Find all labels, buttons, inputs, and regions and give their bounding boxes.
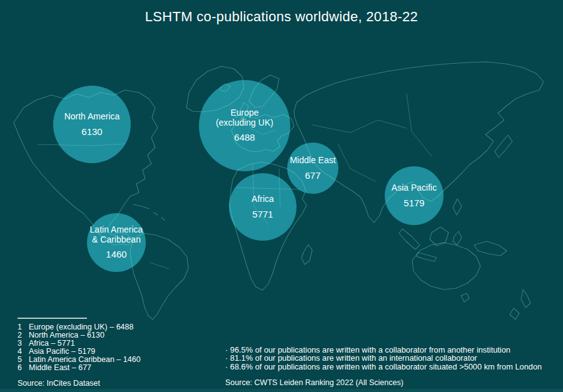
legend-item-rank: 1	[18, 323, 29, 331]
fact-bullet: · 68.6% of our publications are written …	[225, 363, 542, 371]
fact-bullet: · 96.5% of our publications are written …	[225, 346, 542, 354]
bubble-latin-america-caribbean	[87, 213, 146, 272]
legend-item-text: Middle East – 677	[29, 364, 91, 372]
bubble-north-america	[53, 86, 131, 163]
legend-item: 2North America – 6130	[18, 331, 141, 339]
legend-items: 1Europe (excluding UK) – 64882North Amer…	[18, 323, 141, 371]
bubble-europe-excluding-uk-	[199, 80, 290, 171]
legend-item: 1Europe (excluding UK) – 6488	[18, 323, 141, 331]
bubble-africa	[229, 173, 297, 241]
legend-item-text: Africa – 5771	[29, 339, 75, 348]
legend-item-text: Europe (excluding UK) – 6488	[29, 323, 133, 331]
legend-item-text: Latin America Caribbean – 1460	[29, 356, 141, 364]
legend-item: 4Asia Pacific – 5179	[18, 348, 141, 356]
legend-item-rank: 2	[18, 331, 29, 339]
legend: 1Europe (excluding UK) – 64882North Amer…	[18, 318, 141, 388]
legend-item: 6Middle East – 677	[18, 364, 141, 372]
facts-source: Source: CWTS Leiden Ranking 2022 (All Sc…	[225, 378, 542, 387]
legend-item-rank: 5	[18, 356, 29, 364]
facts-panel: · 96.5% of our publications are written …	[225, 346, 542, 387]
infographic-canvas: LSHTM co-publications worldwide, 2018-22…	[0, 0, 563, 392]
legend-source: Source: InCites Dataset	[18, 379, 141, 388]
fact-bullets: · 96.5% of our publications are written …	[225, 346, 542, 371]
legend-item: 3Africa – 5771	[18, 339, 141, 348]
legend-item-rank: 6	[18, 364, 29, 372]
fact-bullet: · 81.1% of our publications are written …	[225, 354, 542, 362]
chart-title: LSHTM co-publications worldwide, 2018-22	[0, 9, 563, 25]
legend-divider	[18, 318, 87, 319]
bubble-layer	[53, 80, 444, 272]
bubble-middle-east	[287, 143, 338, 194]
legend-item-rank: 4	[18, 348, 29, 356]
legend-item-rank: 3	[18, 339, 29, 348]
bubble-asia-pacific	[385, 166, 444, 225]
bottom-strip	[0, 389, 563, 392]
legend-item: 5Latin America Caribbean – 1460	[18, 356, 141, 364]
legend-item-text: North America – 6130	[29, 331, 104, 339]
legend-item-text: Asia Pacific – 5179	[29, 348, 95, 356]
